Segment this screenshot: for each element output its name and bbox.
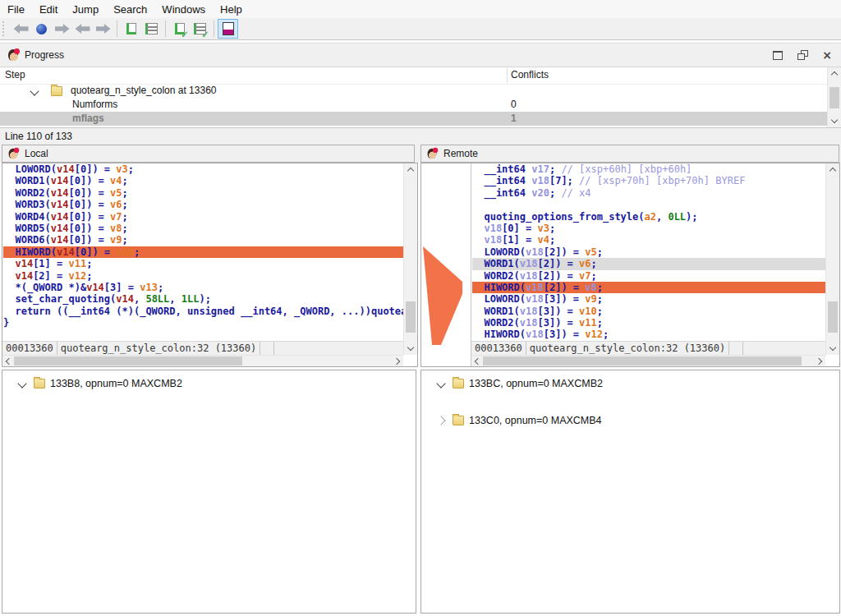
split-document-icon	[223, 22, 234, 35]
code-token: ;	[597, 282, 603, 293]
local-vscrollbar[interactable]	[403, 163, 417, 355]
scroll-thumb[interactable]	[406, 301, 416, 333]
remote-vscrollbar[interactable]	[825, 163, 839, 355]
code-line[interactable]: WORD5(v14[0]) = v8;	[3, 223, 404, 234]
code-token: WORD3(	[3, 199, 51, 210]
scroll-thumb[interactable]	[830, 87, 839, 108]
code-line[interactable]	[472, 199, 826, 210]
code-line[interactable]: v14[2] = v12;	[3, 270, 404, 282]
document-stack-icon[interactable]	[141, 19, 162, 39]
code-token: [7];	[549, 175, 579, 186]
code-line[interactable]: return ((__int64 (*)(_QWORD, unsigned __…	[3, 306, 404, 317]
code-line[interactable]: WORD1(v18[3]) = v10;	[472, 306, 826, 317]
menu-windows[interactable]: Windows	[154, 1, 213, 18]
scroll-thumb[interactable]	[14, 356, 242, 365]
code-line[interactable]: __int64 v20; // x4	[472, 187, 826, 199]
code-line[interactable]: WORD2(v18[3]) = v11;	[472, 317, 826, 329]
local-hscrollbar[interactable]	[2, 355, 403, 366]
document-check-icon[interactable]	[169, 19, 190, 39]
document-stack-icon	[145, 23, 158, 34]
code-line[interactable]: v14[1] = v11;	[3, 258, 404, 269]
chevron-down-icon[interactable]	[17, 379, 26, 388]
stack-check-icon[interactable]	[190, 19, 210, 39]
blue-sphere-icon[interactable]	[31, 19, 52, 39]
code-line[interactable]: WORD6(v14[0]) = v9;	[3, 234, 404, 246]
scroll-thumb[interactable]	[483, 356, 802, 365]
tree-item[interactable]: 133BC, opnum=0 MAXCMB2	[421, 377, 839, 390]
previous-arrow-icon[interactable]	[72, 19, 93, 39]
close-button[interactable]: ×	[815, 44, 839, 66]
document-icon[interactable]	[121, 19, 141, 39]
column-step[interactable]: Step	[5, 69, 25, 80]
chevron-down-icon[interactable]	[30, 86, 39, 95]
scroll-down-icon[interactable]	[830, 344, 836, 351]
code-token: v8	[110, 223, 122, 234]
code-line[interactable]: HIWORD(v14[0]) = v10;	[3, 246, 404, 258]
code-line[interactable]: WORD1(v18[2]) = v6;	[472, 258, 826, 269]
code-line[interactable]: WORD2(v18[2]) = v7;	[472, 270, 826, 282]
menu-jump[interactable]: Jump	[65, 1, 106, 18]
steps-scrollbar[interactable]	[827, 67, 841, 127]
tree-item[interactable]: 133B8, opnum=0 MAXCMB2	[2, 377, 416, 390]
scroll-right-icon[interactable]	[393, 358, 400, 365]
float-icon	[797, 50, 808, 60]
remote-code-area[interactable]: __int64 v17; // [xsp+60h] [xbp+60h] __in…	[471, 163, 826, 341]
window-controls: ×	[765, 44, 839, 66]
code-token: ;	[128, 163, 134, 175]
code-line[interactable]: quoting_options_from_style(a2, 0LL);	[472, 211, 826, 223]
code-line[interactable]: HIWORD(v18[3]) = v12;	[472, 329, 826, 340]
scroll-thumb[interactable]	[828, 301, 838, 333]
code-line[interactable]: HIWORD(v18[2]) = v8;	[472, 282, 826, 293]
float-button[interactable]	[790, 44, 815, 66]
steps-tree-row[interactable]: Numforms0	[0, 98, 827, 112]
code-token: v18	[526, 282, 544, 293]
local-code-area[interactable]: LOWORD(v14[0]) = v3; WORD1(v14[0]) = v4;…	[2, 163, 404, 341]
column-conflicts[interactable]: Conflicts	[511, 69, 549, 80]
code-token: v3	[116, 163, 127, 175]
menu-edit[interactable]: Edit	[32, 1, 65, 18]
column-divider[interactable]	[507, 68, 508, 83]
code-line[interactable]: LOWORD(v18[3]) = v9;	[472, 293, 826, 305]
code-line[interactable]: WORD3(v14[0]) = v6;	[3, 199, 404, 210]
menu-file[interactable]: File	[0, 1, 32, 18]
code-line[interactable]: LOWORD(v18[2]) = v5;	[472, 246, 826, 258]
code-token: v10	[579, 306, 597, 317]
remote-status-bar: 00013360 quotearg_n_style_colon:32 (1336…	[471, 341, 825, 355]
code-line[interactable]: WORD4(v14[0]) = v7;	[3, 211, 404, 223]
scroll-down-icon[interactable]	[407, 344, 414, 351]
code-line[interactable]: WORD2(v14[0]) = v5;	[3, 187, 404, 199]
code-line[interactable]: __int64 v18[7]; // [xsp+70h] [xbp+70h] B…	[472, 175, 826, 186]
scroll-left-icon[interactable]	[6, 358, 12, 365]
tree-item[interactable]: 133C0, opnum=0 MAXCMB4	[421, 414, 839, 427]
code-line[interactable]: *(_QWORD *)&v14[3] = v13;	[3, 282, 404, 293]
code-line[interactable]: __int64 v17; // [xsp+60h] [xbp+60h]	[472, 163, 826, 175]
code-token: v14	[51, 223, 69, 234]
code-line[interactable]: v18[0] = v3;	[472, 223, 826, 234]
scroll-right-icon[interactable]	[816, 358, 822, 365]
maximize-button[interactable]	[765, 44, 790, 66]
scroll-up-icon[interactable]	[830, 168, 836, 174]
code-line[interactable]: WORD1(v14[0]) = v4;	[3, 175, 404, 186]
split-document-icon[interactable]	[218, 19, 238, 39]
next-arrow-icon[interactable]	[93, 19, 113, 39]
forward-arrow-icon[interactable]	[52, 19, 72, 39]
toolbar-grip[interactable]	[2, 21, 8, 36]
code-line[interactable]: v18[1] = v4;	[472, 234, 826, 246]
scroll-left-icon[interactable]	[475, 358, 481, 365]
menu-search[interactable]: Search	[106, 1, 154, 18]
scroll-down-icon[interactable]	[831, 117, 838, 123]
chevron-right-icon[interactable]	[436, 416, 445, 425]
scroll-up-icon[interactable]	[831, 71, 838, 78]
chevron-down-icon[interactable]	[436, 379, 445, 388]
ida-remote-icon	[426, 148, 438, 159]
remote-hscrollbar[interactable]	[471, 355, 825, 366]
status-address: 00013360	[471, 342, 526, 355]
code-line[interactable]: set_char_quoting(v14, 58LL, 1LL);	[3, 293, 404, 305]
code-line[interactable]: }	[3, 317, 404, 329]
scroll-up-icon[interactable]	[407, 168, 414, 174]
code-line[interactable]: LOWORD(v14[0]) = v3;	[3, 163, 404, 175]
back-arrow-icon[interactable]	[11, 19, 31, 39]
steps-tree-row[interactable]: quotearg_n_style_colon at 13360	[0, 84, 827, 98]
menu-help[interactable]: Help	[213, 1, 250, 18]
steps-tree-row[interactable]: mflags1	[0, 112, 827, 126]
